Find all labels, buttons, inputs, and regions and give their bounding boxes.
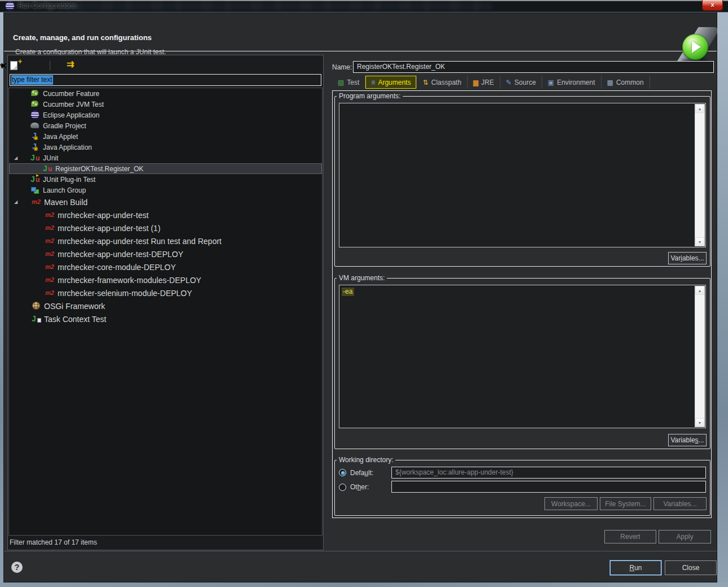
run-banner-graphic <box>672 27 717 64</box>
tree-item-java-application[interactable]: JJava Application <box>9 142 322 153</box>
tree-item-mrchecker-app-under-test-run-test-and-report[interactable]: m2mrchecker-app-under-test Run test and … <box>9 234 322 247</box>
run-button[interactable]: Run <box>610 560 661 575</box>
tree-item-label: Cucumber JVM Test <box>43 101 104 108</box>
tree-item-cucumber-feature[interactable]: Cucumber Feature <box>9 88 322 99</box>
tree-item-registeroktest-register-ok[interactable]: JuRegisterOKTest.Register_OK <box>9 163 322 174</box>
tree-item-osgi-framework[interactable]: OSGi Framework <box>9 299 322 312</box>
scroll-down-icon[interactable]: ▼ <box>695 237 704 246</box>
program-arguments-textarea[interactable]: ▲ ▼ <box>339 103 706 247</box>
tab-source[interactable]: ✎Source <box>500 76 542 89</box>
java-icon: J <box>30 143 40 151</box>
tree-item-label: JUnit Plug-in Test <box>43 176 95 184</box>
tab-label: Common <box>616 79 644 86</box>
program-arguments-legend: Program arguments: <box>337 92 403 100</box>
vm-arguments-scrollbar[interactable]: ▲ ▼ <box>695 286 705 427</box>
tree-item-label: mrchecker-framework-modules-DEPLOY <box>58 276 201 285</box>
tab-arguments[interactable]: ≡Arguments <box>365 76 417 89</box>
run-play-icon <box>682 34 708 60</box>
scroll-down-icon[interactable]: ▼ <box>695 418 704 427</box>
tree-item-junit-plug-in-test[interactable]: Ju▸JUnit Plug-in Test <box>9 174 322 185</box>
scroll-up-icon[interactable]: ▲ <box>695 104 704 113</box>
tree-item-task-context-test[interactable]: JTask Context Test <box>9 312 322 325</box>
apply-button[interactable]: Apply <box>659 530 711 543</box>
default-directory-field[interactable]: ${workspace_loc:allure-app-under-test} <box>391 467 706 479</box>
tree-item-java-applet[interactable]: JJava Applet <box>9 131 322 142</box>
tree-item-label: Launch Group <box>43 186 86 194</box>
titlebar-blurred-background-text <box>63 2 492 10</box>
expanded-arrow-icon[interactable]: ◢ <box>14 155 18 160</box>
titlebar[interactable]: Run Configurations x <box>0 0 728 12</box>
name-input[interactable]: RegisterOKTest.Register_OK <box>353 61 714 73</box>
tree-item-junit[interactable]: ◢JuJUnit <box>9 153 322 163</box>
gradle-icon <box>30 121 40 130</box>
vm-arguments-variables-button[interactable]: Variables... <box>668 434 707 446</box>
tree-item-mrchecker-core-module-deploy[interactable]: m2mrchecker-core-module-DEPLOY <box>9 260 322 273</box>
new-configuration-button[interactable]: + <box>10 60 21 71</box>
tab-classpath[interactable]: ⇅Classpath <box>417 76 467 89</box>
default-directory-value: ${workspace_loc:allure-app-under-test} <box>395 468 513 476</box>
tree-item-launch-group[interactable]: Launch Group <box>9 185 322 195</box>
vm-arguments-textarea[interactable]: -ea ▲ ▼ <box>339 285 706 428</box>
tree-item-mrchecker-app-under-test-deploy[interactable]: m2mrchecker-app-under-test-DEPLOY <box>9 247 322 260</box>
tree-item-label: RegisterOKTest.Register_OK <box>55 165 143 173</box>
other-directory-field[interactable] <box>391 481 706 493</box>
configuration-tabs: ▤Test≡Arguments⇅Classpath▆JRE✎Source▣Env… <box>332 76 650 89</box>
tree-item-cucumber-jvm-test[interactable]: Cucumber JVM Test <box>9 99 322 110</box>
launch-configurations-tree[interactable]: Cucumber FeatureCucumber JVM TestEclipse… <box>8 88 322 536</box>
tree-item-label: mrchecker-app-under-test-DEPLOY <box>58 250 184 259</box>
tree-item-mrchecker-selenium-module-deploy[interactable]: m2mrchecker-selenium-module-DEPLOY <box>9 286 322 299</box>
program-arguments-variables-button[interactable]: Variables... <box>668 252 707 264</box>
tab-common[interactable]: ▦Common <box>601 76 650 89</box>
classpath-tab-icon: ⇅ <box>422 79 428 86</box>
window-close-button[interactable]: x <box>702 0 723 11</box>
other-radio-label[interactable]: Other: <box>350 483 369 491</box>
eclipse-app-icon <box>6 2 14 10</box>
tree-item-label: mrchecker-app-under-test <box>58 211 149 220</box>
tree-item-label: mrchecker-selenium-module-DEPLOY <box>58 289 192 298</box>
m2-icon: m2 <box>45 263 55 271</box>
name-label: Name: <box>332 63 352 71</box>
tab-test[interactable]: ▤Test <box>332 76 365 89</box>
filter-menu-button[interactable]: ▾ <box>0 60 11 71</box>
program-arguments-scrollbar[interactable]: ▲ ▼ <box>695 104 705 246</box>
filter-configurations-button[interactable]: ⇉ <box>67 59 78 69</box>
close-button[interactable]: Close <box>665 560 717 575</box>
tree-item-mrchecker-app-under-test-1-[interactable]: m2mrchecker-app-under-test (1) <box>9 221 322 234</box>
workspace-button[interactable]: Workspace... <box>544 497 598 510</box>
window-frame-right <box>717 12 728 587</box>
expanded-arrow-icon[interactable]: ◢ <box>14 199 18 205</box>
tree-item-eclipse-application[interactable]: Eclipse Application <box>9 110 322 120</box>
default-radio-label[interactable]: Default: <box>350 469 373 477</box>
help-button[interactable]: ? <box>11 562 23 573</box>
tree-item-mrchecker-app-under-test[interactable]: m2mrchecker-app-under-test <box>9 208 322 221</box>
tree-item-gradle-project[interactable]: Gradle Project <box>9 120 322 131</box>
default-radio[interactable] <box>339 469 346 476</box>
environment-tab-icon: ▣ <box>548 79 554 86</box>
tree-item-label: Cucumber Feature <box>43 90 99 98</box>
tab-label: Arguments <box>378 79 411 86</box>
tree-item-maven-build[interactable]: ◢m2Maven Build <box>9 195 322 208</box>
scroll-up-icon[interactable]: ▲ <box>695 286 704 295</box>
test-tab-icon: ▤ <box>338 79 344 86</box>
tree-item-label: OSGi Framework <box>44 302 105 311</box>
m2-icon: m2 <box>45 211 55 219</box>
tab-label: Environment <box>557 79 595 86</box>
name-input-value: RegisterOKTest.Register_OK <box>357 63 445 71</box>
tab-jre[interactable]: ▆JRE <box>468 76 500 89</box>
window-title: Run Configurations <box>18 2 76 10</box>
eclipse-icon <box>30 111 40 119</box>
tab-label: Test <box>347 79 359 86</box>
tree-item-mrchecker-framework-modules-deploy[interactable]: m2mrchecker-framework-modules-DEPLOY <box>9 273 322 286</box>
tree-item-label: Gradle Project <box>43 122 86 130</box>
junit-icon: Ju <box>43 164 53 173</box>
filter-input[interactable]: type filter text <box>10 74 321 86</box>
java-icon: J <box>30 132 40 141</box>
cucumber-icon <box>30 89 40 98</box>
other-radio[interactable] <box>339 484 346 491</box>
file-system-button[interactable]: File System... <box>600 497 651 510</box>
tab-environment[interactable]: ▣Environment <box>542 76 601 89</box>
revert-button[interactable]: Revert <box>604 530 656 543</box>
window-frame-bottom <box>0 582 728 587</box>
toolbar-separator <box>50 61 50 70</box>
variables-button[interactable]: Variables... <box>653 497 707 510</box>
